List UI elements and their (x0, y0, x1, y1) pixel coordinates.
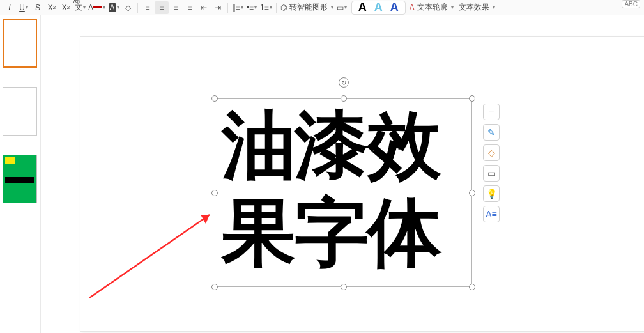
smart-graphic-label: 转智能图形 (287, 2, 330, 13)
chevron-down-icon: ▾ (344, 4, 347, 10)
highlight-button[interactable]: A▾ (107, 1, 121, 14)
bullets-icon: •≡ (247, 3, 254, 12)
align-center-icon: ≡ (160, 3, 164, 12)
quick-brush-button[interactable]: ✎ (483, 124, 500, 141)
align-justify-icon: ≡ (188, 3, 192, 12)
slide-thumb-3[interactable] (3, 155, 37, 203)
align-left-button[interactable]: ≡ (141, 1, 155, 14)
brush-icon: ✎ (487, 127, 495, 137)
quick-shape-button[interactable]: ◇ (483, 144, 500, 161)
numbering-button[interactable]: 1≡▾ (259, 1, 273, 14)
text-effect-button[interactable]: 文本效果▾ (455, 1, 496, 14)
text-outline-button[interactable]: A文本轮廓▾ (408, 1, 455, 14)
style-sample-cyan: A (371, 1, 387, 14)
quick-tools: − ✎ ◇ ▭ 💡 A≡ (483, 104, 501, 222)
underline-button[interactable]: U▾ (17, 1, 31, 14)
text-outline-icon: A (410, 3, 415, 12)
minus-icon: − (489, 107, 494, 117)
resize-handle-br[interactable] (469, 284, 475, 290)
decrease-indent-button[interactable]: ⇤ (197, 1, 211, 14)
bullets-button[interactable]: •≡▾ (245, 1, 259, 14)
chevron-down-icon: ▾ (241, 4, 243, 10)
clear-format-button[interactable]: ◇ (121, 1, 135, 14)
chevron-down-icon: ▾ (270, 4, 272, 10)
quick-collapse-button[interactable]: − (483, 104, 500, 120)
subscript-button[interactable]: X2 (59, 1, 73, 14)
bulb-icon: 💡 (486, 189, 497, 199)
italic-button[interactable]: I (3, 1, 17, 14)
text-effect-label: 文本效果 (456, 2, 492, 13)
resize-handle-mr[interactable] (469, 190, 475, 196)
phonetic-icon: 文 (75, 2, 82, 13)
strike-icon: S (35, 3, 40, 12)
chevron-down-icon: ▾ (83, 4, 86, 10)
underline-icon: U (19, 3, 25, 12)
rotate-handle[interactable]: ↻ (339, 77, 349, 88)
text-outline-label: 文本轮廓 (415, 2, 450, 13)
smart-graphic-button[interactable]: ⌬转智能图形▾ (279, 1, 335, 14)
main-area: ↻ 油漆效果字体 − ✎ ◇ ▭ 💡 A≡ (0, 15, 644, 333)
chevron-down-icon: ▾ (493, 4, 495, 10)
italic-icon: I (8, 3, 10, 12)
indent-icon: ⇥ (215, 3, 221, 12)
shape-icon: ▭ (337, 3, 344, 12)
slide-thumbnail-rail (0, 15, 41, 333)
line-spacing-button[interactable]: ‖≡▾ (231, 1, 245, 14)
chevron-down-icon: ▾ (117, 4, 119, 10)
subscript-icon: X (62, 3, 67, 12)
text-style-gallery[interactable]: A A A (351, 1, 406, 15)
separator (276, 3, 277, 13)
superscript-icon: X (48, 3, 53, 12)
highlight-icon: A (109, 3, 116, 12)
textbox-content[interactable]: 油漆效果字体 (215, 99, 471, 279)
font-color-icon: A (88, 3, 93, 12)
superscript-button[interactable]: X2 (45, 1, 59, 14)
quick-shadow-button[interactable]: ▭ (483, 165, 500, 182)
phonetic-ruby: wěn (73, 0, 79, 3)
rotate-connector (344, 88, 344, 95)
align-justify-button[interactable]: ≡ (183, 1, 197, 14)
chevron-down-icon: ▾ (103, 4, 105, 10)
insert-shape-button[interactable]: ▭▾ (335, 1, 349, 14)
toolbar: I U▾ S X2 X2 wěn文▾ A▾ A▾ ◇ ≡ ≡ ≡ ≡ ⇤ ⇥ ‖… (0, 0, 644, 15)
phonetic-guide-button[interactable]: wěn文▾ (73, 1, 87, 14)
slide-thumb-2[interactable] (3, 87, 37, 136)
separator (227, 3, 228, 13)
chevron-down-icon: ▾ (331, 4, 334, 10)
strikethrough-button[interactable]: S (31, 1, 45, 14)
quick-idea-button[interactable]: 💡 (483, 185, 500, 202)
abc-icon[interactable]: ABC (622, 0, 640, 8)
quick-textpane-button[interactable]: A≡ (483, 206, 500, 222)
align-right-icon: ≡ (174, 3, 178, 12)
font-color-button[interactable]: A▾ (87, 1, 107, 14)
selected-textbox[interactable]: ↻ 油漆效果字体 (215, 98, 472, 287)
resize-handle-bm[interactable] (341, 284, 347, 290)
chevron-down-icon: ▾ (26, 4, 28, 10)
chevron-down-icon: ▾ (451, 4, 454, 10)
align-center-button[interactable]: ≡ (155, 1, 169, 14)
diamond-icon: ◇ (488, 148, 495, 158)
textpane-icon: A≡ (486, 209, 497, 219)
slide-thumb-1[interactable] (3, 19, 37, 68)
style-sample-black: A (355, 1, 371, 14)
align-right-button[interactable]: ≡ (169, 1, 183, 14)
separator (137, 3, 138, 13)
smart-graphic-icon: ⌬ (280, 3, 287, 12)
outdent-icon: ⇤ (201, 3, 207, 12)
increase-indent-button[interactable]: ⇥ (211, 1, 225, 14)
resize-handle-tr[interactable] (469, 95, 475, 102)
style-sample-blue: A (387, 1, 402, 14)
numbering-icon: 1≡ (260, 3, 269, 12)
resize-handle-tl[interactable] (211, 95, 218, 102)
eraser-icon: ◇ (125, 3, 131, 12)
align-left-icon: ≡ (146, 3, 150, 12)
abc-group: ABC (622, 0, 640, 8)
resize-handle-ml[interactable] (211, 190, 218, 196)
line-spacing-icon: ‖≡ (232, 3, 240, 12)
resize-handle-bl[interactable] (211, 284, 218, 290)
rect-icon: ▭ (487, 168, 496, 178)
resize-handle-tm[interactable] (341, 95, 347, 102)
chevron-down-icon: ▾ (254, 4, 257, 10)
